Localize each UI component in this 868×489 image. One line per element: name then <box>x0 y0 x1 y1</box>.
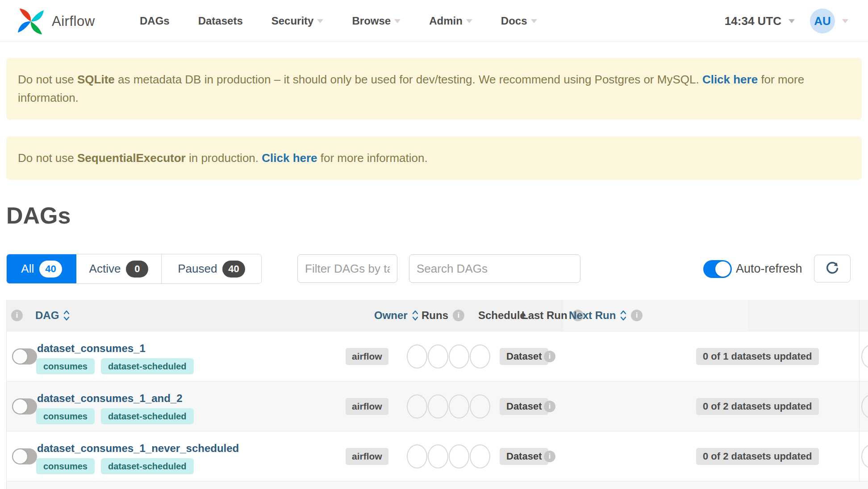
owner-badge[interactable]: airflow <box>346 448 388 465</box>
chevron-down-icon <box>531 19 537 23</box>
active-count-badge: 0 <box>126 261 148 278</box>
column-divider <box>859 381 860 431</box>
owner-badge[interactable]: airflow <box>346 398 388 415</box>
refresh-button[interactable] <box>814 255 851 282</box>
tab-active[interactable]: Active 0 <box>76 254 161 283</box>
nav-item-admin[interactable]: Admin <box>429 15 472 27</box>
chevron-down-icon[interactable] <box>842 19 848 23</box>
schedule-badge[interactable]: Dataset <box>500 398 548 415</box>
click-here-link[interactable]: Click here <box>702 73 758 86</box>
table-row: dataset_consumes_1_never_scheduled consu… <box>7 431 868 481</box>
tag-filter-input[interactable] <box>297 254 397 283</box>
tab-all[interactable]: All 40 <box>7 254 76 283</box>
warning-banner-sequential-executor: Do not use SequentialExecutor in product… <box>6 137 862 180</box>
info-icon[interactable]: i <box>544 451 555 462</box>
run-status-circles <box>407 444 490 468</box>
dag-filter-controls: All 40 Active 0 Paused 40 Auto-refresh <box>6 254 862 284</box>
column-divider <box>859 332 860 381</box>
dag-tag[interactable]: dataset-scheduled <box>101 358 194 374</box>
nav-item-dags[interactable]: DAGs <box>140 15 170 27</box>
dag-link[interactable]: dataset_consumes_1_and_2 <box>37 392 183 405</box>
column-header-owner[interactable]: Owner <box>374 309 418 322</box>
tab-paused[interactable]: Paused 40 <box>161 254 261 283</box>
auto-refresh-toggle[interactable] <box>703 260 732 278</box>
run-status-circle[interactable] <box>428 394 448 419</box>
table-row: dataset_consumes_1_and_2 consumes datase… <box>7 381 868 431</box>
dag-pause-toggle[interactable] <box>12 398 37 414</box>
column-header-next-run[interactable]: Next Run i <box>569 309 643 322</box>
chevron-down-icon <box>394 19 401 23</box>
table-row: dataset_consumes_1 consumes dataset-sche… <box>7 331 868 381</box>
schedule-badge[interactable]: Dataset <box>500 448 548 465</box>
all-count-badge: 40 <box>39 261 62 278</box>
table-header-row: i DAG Owner Runs i Schedule Last Run i N… <box>7 300 868 331</box>
dag-pause-toggle[interactable] <box>12 348 37 365</box>
sort-icon <box>620 310 626 321</box>
recent-task-circle <box>861 444 868 468</box>
run-status-circle[interactable] <box>407 344 427 369</box>
run-status-circle[interactable] <box>407 444 427 468</box>
clock-dropdown[interactable]: 14:34 UTC <box>725 14 781 28</box>
dag-tag[interactable]: consumes <box>36 458 95 474</box>
refresh-icon <box>825 261 839 276</box>
navbar-right: 14:34 UTC AU <box>725 0 848 42</box>
dag-tag[interactable]: consumes <box>36 358 95 374</box>
nav-item-docs[interactable]: Docs <box>501 15 537 27</box>
run-status-circle[interactable] <box>449 344 469 369</box>
warning-banner-sqlite: Do not use SQLite as metadata DB in prod… <box>6 58 862 120</box>
nav-item-browse[interactable]: Browse <box>352 15 401 27</box>
run-status-circle[interactable] <box>470 344 490 369</box>
info-icon[interactable]: i <box>631 310 643 321</box>
auto-refresh-label: Auto-refresh <box>736 254 802 284</box>
chevron-down-icon[interactable] <box>789 19 795 23</box>
next-run-badge: 0 of 1 datasets updated <box>696 348 819 365</box>
click-here-link[interactable]: Click here <box>262 151 317 165</box>
run-status-circle[interactable] <box>449 444 469 468</box>
dag-link[interactable]: dataset_consumes_1 <box>37 342 146 355</box>
info-icon[interactable]: i <box>11 310 23 321</box>
owner-badge[interactable]: airflow <box>346 348 388 365</box>
sort-icon <box>412 310 418 321</box>
avatar[interactable]: AU <box>810 8 835 33</box>
schedule-badge[interactable]: Dataset <box>500 348 548 365</box>
dag-link[interactable]: dataset_consumes_1_never_scheduled <box>37 442 239 455</box>
emphasis-sqlite: SQLite <box>77 73 115 86</box>
tag-list: consumes dataset-scheduled <box>36 458 194 474</box>
nav-item-datasets[interactable]: Datasets <box>198 15 243 27</box>
toggle-knob <box>13 399 27 414</box>
dag-tag[interactable]: consumes <box>36 408 95 424</box>
toggle-knob <box>13 349 27 364</box>
right-header-panel <box>747 300 868 331</box>
dag-tag[interactable]: dataset-scheduled <box>101 458 194 474</box>
column-divider <box>859 431 860 481</box>
column-header-schedule: Schedule <box>478 309 526 322</box>
nav-item-security[interactable]: Security <box>271 15 324 27</box>
run-status-circle[interactable] <box>407 394 427 419</box>
chevron-down-icon <box>317 19 323 23</box>
run-status-circle[interactable] <box>428 344 448 369</box>
run-status-circle[interactable] <box>428 444 448 468</box>
dags-table: i DAG Owner Runs i Schedule Last Run i N… <box>6 300 868 489</box>
navbar: Airflow DAGs Datasets Security Browse Ad… <box>0 0 868 42</box>
column-divider <box>859 300 860 331</box>
sort-icon <box>63 310 70 321</box>
toggle-knob <box>13 449 27 464</box>
info-icon[interactable]: i <box>544 351 555 362</box>
run-status-circle[interactable] <box>470 444 490 468</box>
tag-list: consumes dataset-scheduled <box>36 408 194 424</box>
info-icon[interactable]: i <box>544 401 555 412</box>
next-run-badge: 0 of 2 datasets updated <box>696 448 819 465</box>
next-row-edge <box>7 481 868 489</box>
airflow-pinwheel-logo-icon <box>16 4 46 38</box>
dag-tag[interactable]: dataset-scheduled <box>101 408 194 424</box>
run-status-circle[interactable] <box>470 394 490 419</box>
brand[interactable]: Airflow <box>16 4 95 38</box>
info-icon[interactable]: i <box>453 310 464 321</box>
dag-search-input[interactable] <box>409 254 580 283</box>
run-status-circle[interactable] <box>449 394 469 419</box>
run-status-circles <box>407 344 490 369</box>
column-header-dag[interactable]: DAG <box>35 309 70 322</box>
status-tab-group: All 40 Active 0 Paused 40 <box>6 254 262 284</box>
dag-pause-toggle[interactable] <box>12 448 37 464</box>
toggle-column-info: i <box>11 310 23 321</box>
